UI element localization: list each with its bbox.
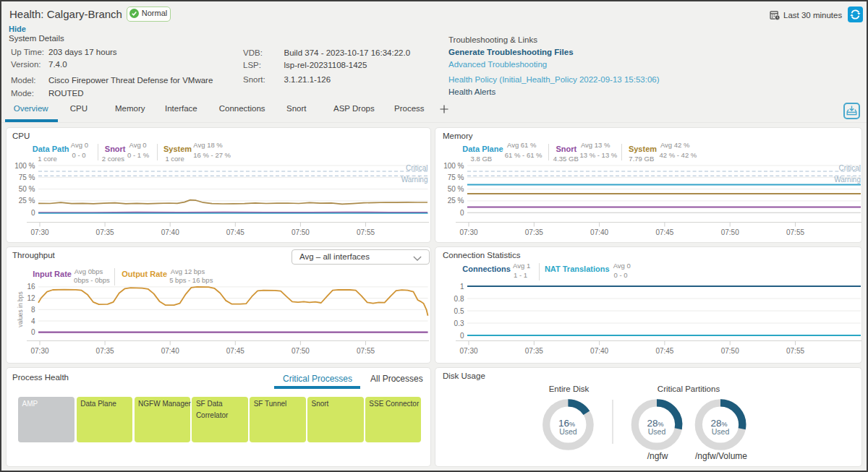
svg-text:07:45: 07:45 bbox=[655, 228, 673, 236]
svg-text:0.5: 0.5 bbox=[454, 307, 464, 315]
svg-text:07:50: 07:50 bbox=[721, 347, 739, 355]
svg-text:0.3: 0.3 bbox=[454, 319, 464, 327]
svg-text:07:55: 07:55 bbox=[786, 347, 804, 355]
svg-text:50 %: 50 % bbox=[448, 185, 464, 193]
svg-text:0: 0 bbox=[460, 209, 464, 217]
svg-text:/ngfw/Volume: /ngfw/Volume bbox=[695, 451, 747, 461]
svg-text:07:30: 07:30 bbox=[30, 228, 48, 236]
svg-text:1: 1 bbox=[460, 283, 464, 291]
svg-text:50 %: 50 % bbox=[19, 185, 35, 193]
svg-text:Used: Used bbox=[559, 427, 577, 436]
svg-text:0.8: 0.8 bbox=[454, 295, 464, 303]
svg-text:07:35: 07:35 bbox=[96, 228, 114, 236]
svg-text:07:35: 07:35 bbox=[525, 347, 543, 355]
svg-text:07:45: 07:45 bbox=[655, 347, 673, 355]
svg-text:07:45: 07:45 bbox=[226, 228, 244, 236]
svg-text:Critical: Critical bbox=[406, 164, 428, 172]
svg-text:07:40: 07:40 bbox=[161, 228, 179, 236]
svg-text:100 %: 100 % bbox=[14, 162, 35, 170]
svg-text:07:40: 07:40 bbox=[161, 347, 179, 355]
svg-text:Critical: Critical bbox=[838, 164, 861, 172]
svg-text:Warning: Warning bbox=[834, 176, 861, 184]
svg-text:07:40: 07:40 bbox=[590, 228, 608, 236]
svg-text:Used: Used bbox=[648, 427, 666, 436]
svg-text:4: 4 bbox=[31, 317, 35, 325]
svg-text:8: 8 bbox=[31, 306, 35, 314]
svg-text:25 %: 25 % bbox=[19, 197, 35, 205]
svg-text:07:35: 07:35 bbox=[525, 228, 543, 236]
svg-text:0: 0 bbox=[31, 209, 35, 217]
svg-text:07:55: 07:55 bbox=[357, 347, 375, 355]
svg-text:07:45: 07:45 bbox=[226, 347, 244, 355]
svg-text:12: 12 bbox=[27, 294, 35, 302]
svg-text:07:35: 07:35 bbox=[96, 347, 114, 355]
svg-text:0: 0 bbox=[31, 328, 35, 336]
svg-text:75 %: 75 % bbox=[448, 173, 464, 181]
svg-text:25 %: 25 % bbox=[448, 197, 464, 205]
svg-text:Used: Used bbox=[712, 427, 730, 436]
svg-text:07:50: 07:50 bbox=[292, 228, 310, 236]
svg-text:07:50: 07:50 bbox=[292, 347, 310, 355]
svg-text:07:30: 07:30 bbox=[459, 228, 477, 236]
svg-text:07:55: 07:55 bbox=[786, 228, 804, 236]
svg-text:07:50: 07:50 bbox=[721, 228, 739, 236]
svg-text:75 %: 75 % bbox=[19, 173, 35, 181]
svg-text:0: 0 bbox=[460, 332, 464, 340]
svg-text:values in bps: values in bps bbox=[17, 291, 24, 327]
svg-text:100 %: 100 % bbox=[443, 162, 464, 170]
svg-text:07:30: 07:30 bbox=[459, 347, 477, 355]
svg-text:Warning: Warning bbox=[401, 176, 428, 184]
svg-text:07:40: 07:40 bbox=[590, 347, 608, 355]
svg-text:/ngfw: /ngfw bbox=[647, 451, 668, 461]
svg-text:07:30: 07:30 bbox=[30, 347, 48, 355]
svg-text:16: 16 bbox=[27, 283, 35, 291]
svg-text:Critical Partitions: Critical Partitions bbox=[658, 385, 720, 393]
svg-text:07:55: 07:55 bbox=[357, 228, 375, 236]
svg-text:Entire Disk: Entire Disk bbox=[549, 385, 590, 393]
